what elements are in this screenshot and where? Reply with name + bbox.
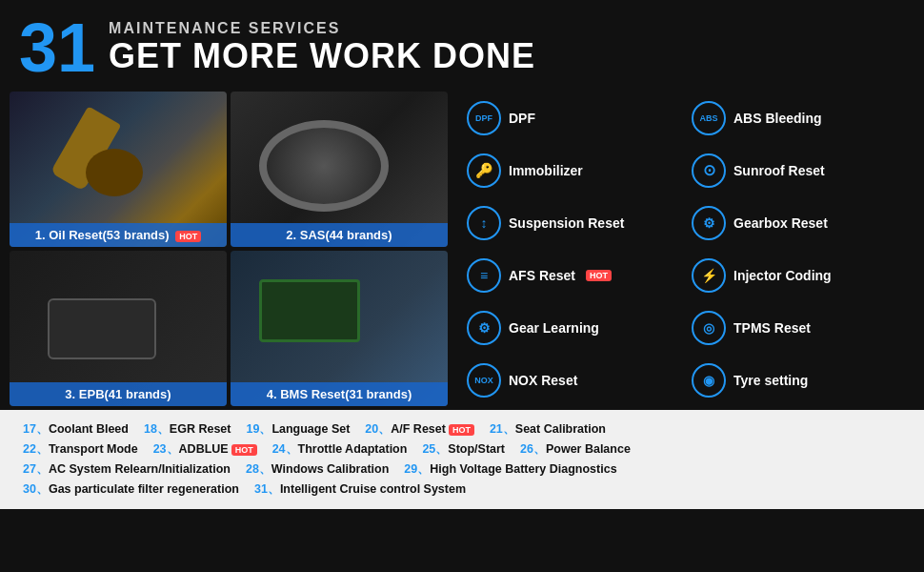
service-tyre-name: Tyre setting [733,373,808,388]
service-immobilizer-name: Immobilizer [509,163,583,178]
service-sunroof: ⊙ Sunroof Reset [686,144,911,196]
photo-oil-label: 1. Oil Reset(53 brands) HOT [10,223,227,247]
bottom-item-26: 26、Power Balance [512,439,638,460]
bottom-item-24: 24、Throttle Adaptation [265,439,415,460]
service-abs-name: ABS Bleeding [733,111,822,126]
bottom-item-30: 30、Gas particulate filter regeneration [15,480,247,500]
service-tpms-name: TPMS Reset [733,320,811,336]
service-tpms: ◎ TPMS Reset [686,301,911,354]
service-injector: ⚡ Injector Coding [686,249,911,301]
gear-learning-icon: ⚙ [467,311,501,345]
bottom-item-17: 17、Coolant Bleed [15,419,136,439]
bottom-item-28: 28、Windows Calibration [238,460,396,480]
photo-grid: 1. Oil Reset(53 brands) HOT 2. SAS(44 br… [10,92,448,406]
photo-oil-reset: 1. Oil Reset(53 brands) HOT [10,92,227,247]
suspension-icon: ↕ [467,206,501,240]
service-gear-learning: ⚙ Gear Learning [461,301,686,354]
injector-icon: ⚡ [692,258,726,293]
header-text: MAINTENANCE SERVICES GET MORE WORK DONE [109,20,535,75]
bottom-item-25: 25、Stop/Start [414,439,512,460]
photo-epb: 3. EPB(41 brands) [10,251,227,406]
bottom-item-29: 29、High Voltage Battery Diagnostics [396,460,624,480]
service-sunroof-name: Sunroof Reset [733,163,825,178]
gearbox-icon: ⚙ [692,206,726,240]
photo-sas: 2. SAS(44 brands) [231,92,448,247]
bottom-row-3: 27、AC System Relearn/Initialization 28、W… [15,460,909,480]
bottom-item-19: 19、Language Set [238,419,357,439]
bottom-item-18: 18、EGR Reset [136,419,239,439]
service-gearbox-name: Gearbox Reset [733,215,828,231]
service-abs: ABS ABS Bleeding [686,92,911,144]
bottom-item-22: 22、Transport Mode [15,439,146,460]
afs-icon: ≡ [467,258,501,293]
header: 31 MAINTENANCE SERVICES GET MORE WORK DO… [0,0,924,92]
service-dpf: DPF DPF [461,92,686,144]
photo-bms-label: 4. BMS Reset(31 brands) [231,382,448,406]
tpms-icon: ◎ [692,311,726,345]
header-number: 31 [19,13,95,82]
service-afs-name: AFS Reset [509,268,575,283]
service-nox: NOX NOX Reset [461,354,686,406]
service-gear-learning-name: Gear Learning [509,320,599,336]
bottom-row-1: 17、Coolant Bleed 18、EGR Reset 19、Languag… [15,419,909,439]
hot-badge-oil: HOT [175,231,201,242]
bottom-bar: 17、Coolant Bleed 18、EGR Reset 19、Languag… [0,410,924,509]
sunroof-icon: ⊙ [692,153,726,188]
services-list: DPF DPF ABS ABS Bleeding 🔑 Immobilizer ⊙… [457,92,914,406]
service-gearbox: ⚙ Gearbox Reset [686,196,911,249]
bottom-row-2: 22、Transport Mode 23、ADBLUEHOT 24、Thrott… [15,439,909,460]
service-suspension-name: Suspension Reset [509,215,624,231]
main-content: 1. Oil Reset(53 brands) HOT 2. SAS(44 br… [0,92,924,406]
service-nox-name: NOX Reset [509,373,577,388]
service-immobilizer: 🔑 Immobilizer [461,144,686,196]
bottom-item-27: 27、AC System Relearn/Initialization [15,460,238,480]
service-suspension: ↕ Suspension Reset [461,196,686,249]
hot-badge-af: HOT [449,424,474,436]
header-title: GET MORE WORK DONE [109,37,535,75]
service-injector-name: Injector Coding [733,268,832,283]
service-dpf-name: DPF [509,111,535,126]
tyre-icon: ◉ [692,363,726,398]
bottom-item-23: 23、ADBLUEHOT [146,439,265,460]
dpf-icon: DPF [467,101,501,135]
photo-bms: 4. BMS Reset(31 brands) [231,251,448,406]
bottom-item-21: 21、Seat Calibration [482,419,613,439]
abs-icon: ABS [692,101,726,135]
bottom-item-20: 20、A/F ResetHOT [357,419,482,439]
photo-epb-label: 3. EPB(41 brands) [10,382,227,406]
nox-icon: NOX [467,363,501,398]
service-tyre: ◉ Tyre setting [686,354,911,406]
bottom-item-31: 31、Intelligent Cruise control System [247,480,473,500]
main-container: 31 MAINTENANCE SERVICES GET MORE WORK DO… [0,0,924,572]
service-afs: ≡ AFS Reset HOT [461,249,686,301]
bottom-row-4: 30、Gas particulate filter regeneration 3… [15,480,909,500]
hot-badge-afs: HOT [586,270,612,281]
immobilizer-icon: 🔑 [467,153,501,188]
hot-badge-adblue: HOT [231,444,257,456]
photo-sas-label: 2. SAS(44 brands) [231,223,448,247]
header-subtitle: MAINTENANCE SERVICES [109,20,535,37]
